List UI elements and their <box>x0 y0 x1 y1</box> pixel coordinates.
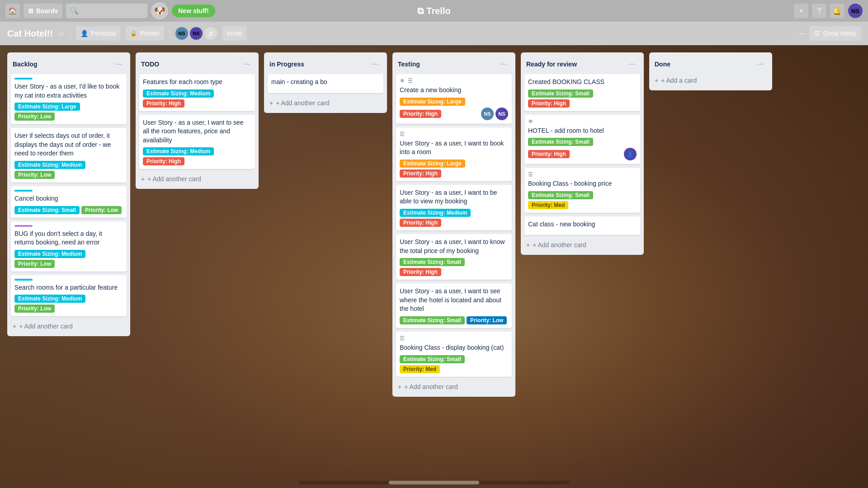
in-progress-menu-button[interactable]: ··· <box>369 58 382 70</box>
ready-for-review-title: Ready for review <box>526 61 577 68</box>
card-footer: Priority: High 👤 <box>528 148 637 160</box>
table-row[interactable]: ☰ User Story - as a user, I want to book… <box>396 127 512 181</box>
add-card-ready-for-review[interactable]: + + Add another card <box>524 239 640 251</box>
description-icon: ☰ <box>400 335 405 342</box>
star-icon[interactable]: ☆ <box>58 29 65 38</box>
column-in-progress: in Progress ··· main - creating a bo + +… <box>264 52 387 113</box>
estimate-badge: Estimate Sizing: Small <box>528 138 593 146</box>
table-row[interactable]: 👁 HOTEL - add room to hotel Estimate Siz… <box>524 115 640 164</box>
card-priority-badges: Priority: High <box>400 169 508 178</box>
divider2 <box>170 28 170 39</box>
member-count[interactable]: 2 <box>204 27 217 40</box>
ready-for-review-menu-button[interactable]: ··· <box>626 58 638 70</box>
column-testing: Testing ··· 👁 ☰ Create a new booking Est… <box>392 52 515 397</box>
add-card-label: + Add another card <box>19 323 73 330</box>
backlog-menu-button[interactable]: ··· <box>112 58 125 70</box>
card-icons: 👁 ☰ <box>400 78 508 84</box>
boards-button[interactable]: ⊞ Boards <box>24 4 62 18</box>
done-header: Done ··· <box>653 56 769 74</box>
column-backlog: Backlog ··· User Story - as a user, I'd … <box>7 52 130 336</box>
priority-badge: Priority: High <box>143 99 184 108</box>
scrollbar-thumb[interactable] <box>389 481 479 484</box>
table-row[interactable]: Search rooms for a particular feature Es… <box>11 275 127 317</box>
board-title[interactable]: Cat Hotel!! <box>7 28 53 39</box>
table-row[interactable]: User Story - as a user, I want to know t… <box>396 234 512 280</box>
priority-badge: Priority: Low <box>14 305 55 313</box>
card-badges: Estimate Sizing: Medium Priority: Low <box>14 250 123 268</box>
estimate-badge: Estimate Sizing: Small <box>400 316 465 324</box>
notification-button[interactable]: 🔔 <box>830 4 844 18</box>
card-color-bar <box>14 78 33 80</box>
card-title: Cat class - new booking <box>528 220 637 229</box>
card-badges: Estimate Sizing: Small Priority: Low <box>14 206 123 214</box>
user-avatar[interactable]: NS <box>848 4 863 18</box>
trello-text: Trello <box>426 6 450 16</box>
privacy-button[interactable]: 🔒 Private <box>126 26 164 41</box>
add-card-todo[interactable]: + + Add another card <box>139 173 255 185</box>
table-row[interactable]: Created BOOKING CLASS Estimate Sizing: S… <box>524 74 640 111</box>
estimate-badge: Estimate Sizing: Small <box>528 89 593 98</box>
table-row[interactable]: Features for each room type Estimate Siz… <box>139 74 255 111</box>
card-color-bar <box>14 190 33 192</box>
priority-badge: Priority: High <box>143 157 184 165</box>
eye-icon: 👁 <box>528 118 533 125</box>
table-row[interactable]: main - creating a bo <box>268 74 383 93</box>
priority-badge: Priority: Low <box>14 171 55 179</box>
table-row[interactable]: 👁 ☰ Create a new booking Estimate Sizing… <box>396 74 512 124</box>
horizontal-scrollbar[interactable] <box>298 481 570 484</box>
nav-right-area: + ? 🔔 NS <box>794 4 863 18</box>
estimate-badge: Estimate Sizing: Medium <box>143 147 214 155</box>
show-menu-button[interactable]: ☰ Show Menu <box>810 26 861 41</box>
card-priority-badges: Priority: High <box>528 99 637 108</box>
person-icon: 👤 <box>80 30 88 37</box>
add-card-label: + Add another card <box>533 241 586 249</box>
add-card-label: + Add another card <box>147 175 201 183</box>
card-priority-badges: Priority: Med <box>528 201 637 209</box>
search-bar[interactable]: 🔍 <box>66 4 147 18</box>
table-row[interactable]: User Story - as a user, I want to see wh… <box>396 283 512 328</box>
add-card-label: + Add another card <box>276 99 330 107</box>
card-title: Cancel booking <box>14 194 123 203</box>
add-card-done[interactable]: + + Add a card <box>653 74 769 87</box>
card-icons: ☰ <box>528 171 637 178</box>
table-row[interactable]: Cat class - new booking <box>524 216 640 235</box>
priority-badge: Priority: Med <box>528 201 568 209</box>
add-icon: + <box>269 99 273 107</box>
table-row[interactable]: User Story - as a user, I'd like to book… <box>11 74 127 124</box>
card-member-avatar-2: NS <box>495 108 508 120</box>
member-avatar-2[interactable]: NS <box>190 27 203 40</box>
add-card-testing[interactable]: + + Add another card <box>396 380 512 393</box>
table-row[interactable]: User Story - as a user, I want to be abl… <box>396 185 512 230</box>
workspace-avatar[interactable]: 🐶 <box>151 2 168 19</box>
table-row[interactable]: User Story - as a user, I want to see al… <box>139 115 255 169</box>
description-icon: ☰ <box>528 171 533 178</box>
description-icon: ☰ <box>400 131 405 137</box>
member-avatar-1[interactable]: NS <box>175 27 188 40</box>
testing-menu-button[interactable]: ··· <box>497 58 510 70</box>
done-menu-button[interactable]: ··· <box>754 58 767 70</box>
visibility-button[interactable]: 👤 Personal <box>76 26 120 41</box>
table-row[interactable]: Cancel booking Estimate Sizing: Small Pr… <box>11 186 127 218</box>
new-stuff-button[interactable]: New stuff! <box>172 5 215 17</box>
in-progress-title: in Progress <box>269 61 304 68</box>
table-row[interactable]: User if selects days out of order, it di… <box>11 128 127 183</box>
card-badges: Estimate Sizing: Medium Priority: Low <box>14 295 123 313</box>
help-button[interactable]: ? <box>812 4 826 18</box>
todo-menu-button[interactable]: ··· <box>241 58 253 70</box>
table-row[interactable]: ☰ Booking Class - booking price Estimate… <box>524 168 640 213</box>
invite-button[interactable]: Invite <box>222 26 246 41</box>
table-row[interactable]: BUG if you don't select a day, it return… <box>11 221 127 272</box>
card-priority-badges: Priority: Low <box>14 113 123 121</box>
add-card-in-progress[interactable]: + + Add another card <box>268 97 383 109</box>
more-button[interactable]: ··· <box>799 29 806 38</box>
priority-badge: Priority: High <box>400 268 441 276</box>
add-card-backlog[interactable]: + + Add another card <box>11 320 127 333</box>
home-button[interactable]: 🏠 <box>5 4 20 18</box>
board-header-right: ··· ☰ Show Menu <box>799 26 861 41</box>
estimate-badge: Estimate Sizing: Large <box>400 160 465 168</box>
card-title: Created BOOKING CLASS <box>528 78 637 87</box>
table-row[interactable]: ☰ Booking Class - display booking (cat) … <box>396 332 512 377</box>
card-footer: Priority: High NS NS <box>400 108 508 120</box>
invite-label: Invite <box>227 30 242 37</box>
add-button[interactable]: + <box>794 4 808 18</box>
